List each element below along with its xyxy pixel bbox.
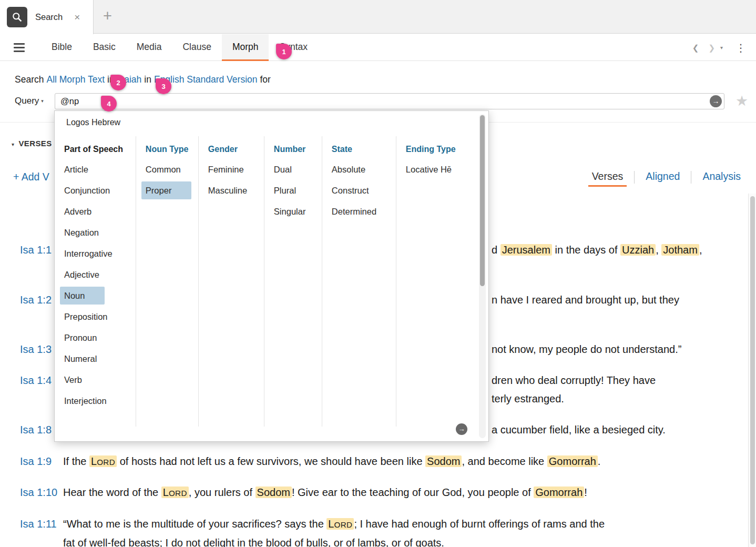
morph-column-header: State xyxy=(332,145,396,154)
verse-segment: in the days of xyxy=(552,244,620,256)
results-scrollbar-thumb[interactable] xyxy=(750,196,755,544)
query-input-wrap: → xyxy=(55,93,724,109)
new-tab-button[interactable]: + xyxy=(103,7,112,25)
annotation-number: 3 xyxy=(161,83,165,90)
verse-ref[interactable]: Isa 1:3 xyxy=(20,340,52,359)
panel-scrollbar-thumb[interactable] xyxy=(480,115,485,286)
morph-menu-column: StateAbsoluteConstructDetermined xyxy=(322,136,396,427)
search-suffix: for xyxy=(260,74,271,85)
morph-menu-item[interactable]: Conjunction xyxy=(60,181,130,199)
toolbar-tab[interactable]: Clause xyxy=(172,34,221,61)
verse-segment: , and become like xyxy=(462,455,547,467)
history-dropdown-icon[interactable]: ▾ xyxy=(718,45,728,50)
morph-menu-item[interactable]: Construct xyxy=(328,181,389,199)
search-toolbar: BibleBasicMediaClauseMorphSyntax ❮ ❯ ▾ ⋮ xyxy=(0,34,756,61)
verse-segment: fat of well-fed beasts; I do not delight… xyxy=(63,537,444,547)
verses-section-header[interactable]: ▾VERSES xyxy=(12,139,52,148)
verse-ref[interactable]: Isa 1:4 xyxy=(20,371,52,390)
menu-icon[interactable] xyxy=(14,43,25,54)
morph-menu-item[interactable]: Locative Hē xyxy=(402,160,472,178)
morph-menu-item[interactable]: Common xyxy=(141,160,201,178)
verse-result-row: Isa 1:11“What to me is the multitude of … xyxy=(0,515,747,547)
highlighted-term: LORD xyxy=(89,455,117,467)
morph-menu-item[interactable]: Adjective xyxy=(60,266,119,283)
verse-result-row: Isa 1:10Hear the word of the LORD, you r… xyxy=(0,483,747,502)
morph-menu-item[interactable]: Interjection xyxy=(60,392,127,410)
morph-menu-column: Noun TypeCommonProper xyxy=(136,136,199,427)
morph-menu-column: NumberDualPluralSingular xyxy=(264,136,322,427)
morph-menu-item[interactable]: Negation xyxy=(60,224,119,241)
verse-segment: If the xyxy=(63,455,89,467)
verse-segment: a cucumber field, like a besieged city. xyxy=(492,424,666,435)
highlighted-term: Uzziah xyxy=(620,244,656,256)
morph-menu-column: Part of SpeechArticleConjunctionAdverbNe… xyxy=(55,136,136,427)
toolbar-tab[interactable]: Media xyxy=(126,34,172,61)
favorite-star-icon[interactable]: ★ xyxy=(735,93,748,109)
morph-menu-column: GenderFeminineMasculine xyxy=(199,136,264,427)
window-tab-bar: Search × + xyxy=(0,0,756,34)
apply-morph-icon[interactable]: → xyxy=(456,423,467,435)
morph-column-header: Number xyxy=(274,145,322,154)
panel-scrollbar[interactable] xyxy=(479,114,486,438)
morph-menu-item[interactable]: Singular xyxy=(270,202,326,220)
morph-scope-link[interactable]: All Morph Text xyxy=(46,74,105,85)
morph-menu-item[interactable]: Preposition xyxy=(60,308,128,326)
verse-text: “What to me is the multitude of your sac… xyxy=(63,515,747,547)
verse-ref[interactable]: Isa 1:9 xyxy=(20,452,52,471)
morph-picker-panel: Logos Hebrew Part of SpeechArticleConjun… xyxy=(54,110,489,442)
search-panel-tab[interactable]: Search × xyxy=(0,0,94,34)
add-version-link[interactable]: + Add V xyxy=(13,171,49,183)
morph-menu-item[interactable]: Feminine xyxy=(204,160,264,178)
toolbar-tab[interactable]: Basic xyxy=(83,34,126,61)
morph-menu-item[interactable]: Pronoun xyxy=(60,329,117,347)
toolbar-nav: ❮ ❯ ▾ ⋮ xyxy=(686,34,756,61)
annotation-pin: 4 xyxy=(101,96,117,112)
morph-menu-item[interactable]: Numeral xyxy=(60,350,117,368)
morph-menu-item[interactable]: Article xyxy=(60,160,108,178)
verse-ref[interactable]: Isa 1:10 xyxy=(20,483,57,502)
verse-segment: terly estranged. xyxy=(492,393,564,404)
run-search-icon[interactable]: → xyxy=(710,95,722,107)
morph-menu-item[interactable]: Plural xyxy=(270,181,316,199)
morph-columns: Part of SpeechArticleConjunctionAdverbNe… xyxy=(55,136,472,427)
query-type-dropdown[interactable]: Query▾ xyxy=(15,96,44,106)
morph-menu-item[interactable]: Absolute xyxy=(328,160,385,178)
view-tab[interactable]: Aligned xyxy=(635,170,691,187)
verse-ref[interactable]: Isa 1:2 xyxy=(20,291,52,309)
verse-segment: d xyxy=(492,244,500,256)
back-icon[interactable]: ❮ xyxy=(686,43,706,53)
toolbar-tab[interactable]: Bible xyxy=(41,34,83,61)
morph-menu-item[interactable]: Noun xyxy=(60,287,105,305)
morph-column-header: Gender xyxy=(208,145,264,154)
view-tab[interactable]: Analysis xyxy=(691,170,752,187)
forward-icon[interactable]: ❯ xyxy=(705,43,718,53)
morph-column-header: Part of Speech xyxy=(64,145,136,154)
result-view-tabs: VersesAlignedAnalysis xyxy=(581,170,752,187)
toolbar-tab[interactable]: Morph xyxy=(222,34,269,61)
morph-menu-item[interactable]: Adverb xyxy=(60,202,111,220)
highlighted-term: LORD xyxy=(161,487,189,498)
verse-ref[interactable]: Isa 1:8 xyxy=(20,421,52,439)
close-tab-icon[interactable]: × xyxy=(74,12,80,23)
view-tab[interactable]: Verses xyxy=(581,170,635,187)
chevron-down-icon: ▾ xyxy=(41,98,44,104)
morph-menu-item[interactable]: Proper xyxy=(141,181,192,199)
verse-segment: ! xyxy=(584,487,587,498)
results-scrollbar[interactable] xyxy=(748,194,756,547)
verse-result-row: Isa 1:9If the LORD of hosts had not left… xyxy=(0,452,747,471)
query-input[interactable] xyxy=(55,93,724,109)
query-label: Query xyxy=(15,96,39,106)
highlighted-term: LORD xyxy=(326,518,354,530)
morph-column-items: ArticleConjunctionAdverbNegationInterrog… xyxy=(64,160,136,410)
verse-ref[interactable]: Isa 1:1 xyxy=(20,241,52,259)
morph-column-items: FeminineMasculine xyxy=(208,160,264,199)
verse-ref[interactable]: Isa 1:11 xyxy=(20,515,57,533)
morph-menu-item[interactable]: Interrogative xyxy=(60,245,132,262)
morph-menu-item[interactable]: Verb xyxy=(60,371,102,389)
morph-menu-item[interactable]: Dual xyxy=(270,160,312,178)
morph-menu-item[interactable]: Masculine xyxy=(204,181,267,199)
verse-segment: , you rulers of xyxy=(189,487,256,498)
morph-scheme-label[interactable]: Logos Hebrew xyxy=(66,118,120,127)
morph-menu-item[interactable]: Determined xyxy=(328,202,396,220)
kebab-menu-icon[interactable]: ⋮ xyxy=(728,42,756,54)
